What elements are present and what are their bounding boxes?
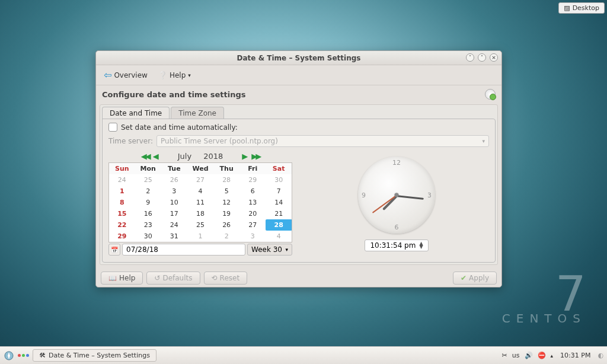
- help-button[interactable]: 📖 Help: [101, 272, 143, 285]
- calendar-day[interactable]: 28: [266, 219, 292, 231]
- calendar-day[interactable]: 4: [187, 186, 213, 197]
- spin-arrows[interactable]: ▲▼: [419, 242, 423, 249]
- desktop-pager-button[interactable]: ▨ Desktop: [558, 2, 605, 14]
- tab-time-zone[interactable]: Time Zone: [171, 107, 224, 119]
- calendar-day[interactable]: 3: [161, 186, 187, 197]
- check-icon: ✔: [461, 274, 467, 282]
- next-month-button[interactable]: ▶: [242, 152, 248, 161]
- dow-sat: Sat: [266, 163, 292, 175]
- calendar-day[interactable]: 22: [109, 219, 135, 231]
- panel-toolbox-icon[interactable]: ◐: [598, 352, 603, 359]
- calendar-day[interactable]: 24: [161, 219, 187, 231]
- dow-fri: Fri: [239, 163, 266, 175]
- clipboard-tray-icon[interactable]: ✂: [502, 352, 507, 359]
- prev-month-button[interactable]: ◀: [153, 152, 159, 161]
- calendar-day[interactable]: 17: [161, 208, 187, 219]
- calendar-day[interactable]: 10: [161, 197, 187, 208]
- calendar-day[interactable]: 2: [135, 186, 161, 197]
- calendar-day[interactable]: 29: [109, 231, 135, 242]
- tab-date-time[interactable]: Date and Time: [102, 107, 170, 119]
- calendar-day[interactable]: 20: [239, 208, 266, 219]
- calendar-day[interactable]: 14: [266, 197, 292, 208]
- calendar-day[interactable]: 6: [239, 186, 266, 197]
- maximize-button[interactable]: ˄: [478, 53, 486, 62]
- clock-9: 9: [362, 191, 366, 199]
- calendar-day[interactable]: 18: [187, 208, 213, 219]
- calendar-day[interactable]: 1: [187, 231, 213, 242]
- calendar-day[interactable]: 27: [239, 219, 266, 231]
- overview-label: Overview: [114, 71, 148, 79]
- taskbar: 🛠 Date & Time – System Settings ✂ us 🔊 ⛔…: [0, 346, 607, 364]
- taskbar-clock[interactable]: 10:31 PM: [558, 352, 593, 359]
- calendar-day[interactable]: 16: [135, 208, 161, 219]
- calendar-day[interactable]: 2: [213, 231, 239, 242]
- calendar-pane: ◀◀ ◀ July 2018 ▶ ▶▶ SunMonTueWedThuFriSa…: [108, 152, 292, 256]
- calendar-day[interactable]: 26: [161, 174, 187, 186]
- calendar-day[interactable]: 24: [109, 174, 135, 186]
- calendar-day[interactable]: 13: [239, 197, 266, 208]
- overview-button[interactable]: ⇦ Overview: [100, 68, 152, 82]
- time-spinbox[interactable]: 10:31:54 pm ▲▼: [365, 240, 428, 251]
- calendar-day[interactable]: 7: [266, 186, 292, 197]
- calendar-month[interactable]: July: [178, 152, 191, 161]
- date-input[interactable]: [122, 244, 245, 256]
- minimize-button[interactable]: ˅: [466, 53, 474, 62]
- content-area: Date and Time Time Zone Set date and tim…: [100, 104, 498, 265]
- help-menu-button[interactable]: ❔ Help ▾: [154, 69, 195, 81]
- calendar-year[interactable]: 2018: [203, 152, 223, 161]
- calendar-day[interactable]: 30: [266, 174, 292, 186]
- kickoff-launcher[interactable]: [4, 350, 14, 361]
- calendar-day[interactable]: 12: [213, 197, 239, 208]
- dow-tue: Tue: [161, 163, 187, 175]
- calendar-day[interactable]: 23: [135, 219, 161, 231]
- tray-expand-icon[interactable]: ▴: [551, 353, 554, 359]
- reset-icon: ⟲: [212, 274, 218, 282]
- volume-tray-icon[interactable]: 🔊: [525, 352, 533, 359]
- taskbar-entry[interactable]: 🛠 Date & Time – System Settings: [33, 349, 156, 362]
- calendar-day[interactable]: 27: [187, 174, 213, 186]
- close-button[interactable]: ×: [490, 53, 498, 62]
- week-combo[interactable]: Week 30 ▾: [247, 244, 292, 256]
- desktop-pager-label: Desktop: [573, 4, 599, 12]
- help-button-label: Help: [119, 274, 135, 282]
- calendar-day[interactable]: 28: [213, 174, 239, 186]
- calendar-day[interactable]: 5: [213, 186, 239, 197]
- activity-pager[interactable]: [18, 354, 29, 357]
- wrench-icon: 🛠: [39, 352, 46, 359]
- notification-tray-icon[interactable]: ⛔: [538, 352, 546, 359]
- prev-year-button[interactable]: ◀◀: [141, 152, 149, 161]
- next-year-button[interactable]: ▶▶: [251, 152, 260, 161]
- status-globe-icon[interactable]: [485, 89, 496, 100]
- calendar-day[interactable]: 1: [109, 186, 135, 197]
- clock-center: [395, 193, 399, 197]
- calendar-day[interactable]: 8: [109, 197, 135, 208]
- apply-button[interactable]: ✔ Apply: [453, 272, 497, 285]
- calendar-day[interactable]: 25: [187, 219, 213, 231]
- help-icon: ❔: [158, 71, 167, 79]
- calendar-day[interactable]: 25: [135, 174, 161, 186]
- calendar-day[interactable]: 9: [135, 197, 161, 208]
- defaults-button[interactable]: ↺ Defaults: [146, 272, 200, 285]
- calendar-day[interactable]: 3: [239, 231, 266, 242]
- system-tray: ✂ us 🔊 ⛔ ▴ 10:31 PM ◐: [502, 352, 603, 359]
- calendar-day[interactable]: 31: [161, 231, 187, 242]
- calendar-day[interactable]: 15: [109, 208, 135, 219]
- calendar-day[interactable]: 4: [266, 231, 292, 242]
- auto-datetime-checkbox[interactable]: [108, 123, 117, 132]
- calendar-day[interactable]: 26: [213, 219, 239, 231]
- undo-icon: ↺: [154, 274, 160, 282]
- calendar-day[interactable]: 21: [266, 208, 292, 219]
- wallpaper-branding: 7 CENTOS: [502, 274, 586, 325]
- calendar-day[interactable]: 19: [213, 208, 239, 219]
- keyboard-layout-indicator[interactable]: us: [512, 352, 520, 359]
- calendar-day[interactable]: 11: [187, 197, 213, 208]
- reset-button[interactable]: ⟲ Reset: [204, 272, 248, 285]
- defaults-label: Defaults: [162, 274, 192, 282]
- titlebar[interactable]: Date & Time – System Settings ˅ ˄ ×: [96, 51, 501, 65]
- time-server-combo: Public Time Server (pool.ntp.org) ▾: [156, 135, 489, 147]
- clock-12: 12: [392, 159, 401, 167]
- calendar-day[interactable]: 30: [135, 231, 161, 242]
- toolbar: ⇦ Overview ❔ Help ▾: [96, 65, 501, 85]
- calendar-day[interactable]: 29: [239, 174, 266, 186]
- date-picker-icon[interactable]: 📅: [108, 244, 120, 256]
